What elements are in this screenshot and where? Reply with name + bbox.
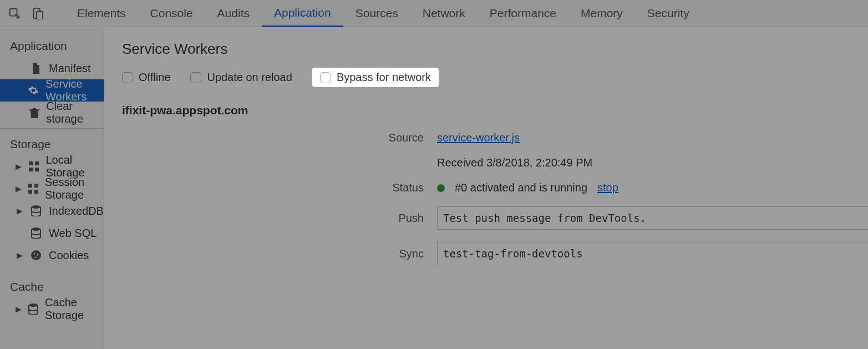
svg-point-17 (29, 304, 38, 307)
bypass-for-network-checkbox[interactable]: Bypass for network (312, 68, 439, 87)
sidebar-group-application: Application (0, 35, 104, 57)
bypass-for-network-checkbox-label: Bypass for network (337, 71, 431, 84)
sw-push-label: Push (104, 212, 437, 225)
tab-performance[interactable]: Performance (478, 0, 568, 27)
sidebar-item-service-workers[interactable]: Service Workers (0, 79, 104, 102)
devtools-tabbar: Elements Console Audits Application Sour… (0, 0, 868, 27)
svg-rect-6 (35, 168, 39, 171)
sw-source-label: Source (104, 131, 437, 144)
sidebar-item-local-storage[interactable]: ▶ Local Storage (0, 155, 104, 178)
database-icon (28, 303, 38, 315)
svg-point-11 (32, 205, 40, 209)
sw-stop-link[interactable]: stop (597, 181, 618, 194)
svg-point-12 (32, 227, 40, 231)
offline-checkbox-input[interactable] (122, 72, 133, 83)
sw-push-input[interactable] (437, 206, 868, 230)
grid-icon (28, 183, 38, 195)
cookie-icon (30, 249, 42, 261)
trash-icon (29, 107, 39, 119)
svg-rect-8 (34, 184, 38, 188)
sw-sync-input[interactable] (437, 242, 868, 265)
update-on-reload-checkbox-input[interactable] (190, 72, 201, 83)
sw-sync-label: Sync (104, 247, 437, 260)
sw-status-text: #0 activated and is running (455, 181, 587, 194)
offline-checkbox[interactable]: Offline (122, 71, 170, 84)
sidebar-item-label: Session Storage (45, 176, 104, 201)
sw-options-row: Offline Update on reload Bypass for netw… (122, 68, 868, 87)
sidebar-item-label: IndexedDB (49, 205, 104, 218)
sidebar-item-cookies[interactable]: ▶ Cookies (0, 244, 104, 266)
gear-icon (28, 84, 39, 97)
chevron-right-icon: ▶ (16, 162, 22, 171)
sw-status-label: Status (104, 181, 437, 194)
svg-point-13 (31, 250, 41, 260)
grid-icon (29, 160, 39, 173)
database-icon (30, 205, 42, 217)
svg-rect-3 (29, 161, 33, 165)
status-dot-icon (437, 184, 445, 192)
tab-network[interactable]: Network (410, 0, 478, 27)
tab-audits[interactable]: Audits (205, 0, 262, 27)
sidebar-item-label: Manifest (49, 62, 91, 75)
svg-rect-10 (34, 190, 38, 194)
sidebar-group-cache: Cache (0, 276, 104, 298)
offline-checkbox-label: Offline (139, 71, 170, 84)
sidebar-item-clear-storage[interactable]: Clear storage (0, 102, 104, 124)
svg-rect-2 (37, 11, 43, 19)
svg-point-15 (37, 254, 39, 256)
sidebar-divider (0, 128, 104, 129)
chevron-right-icon: ▶ (16, 184, 22, 193)
tab-security[interactable]: Security (635, 0, 702, 27)
sidebar-item-session-storage[interactable]: ▶ Session Storage (0, 178, 104, 200)
update-on-reload-checkbox[interactable]: Update on reload (190, 71, 292, 84)
tab-elements[interactable]: Elements (65, 0, 138, 27)
sidebar-item-label: Cache Storage (45, 296, 104, 322)
svg-rect-5 (29, 168, 33, 171)
sidebar-item-manifest[interactable]: Manifest (0, 57, 104, 79)
tabbar-separator (59, 6, 59, 21)
chevron-right-icon: ▶ (16, 251, 23, 260)
bypass-for-network-checkbox-input[interactable] (320, 72, 331, 83)
document-icon (30, 62, 42, 74)
sidebar-item-indexeddb[interactable]: ▶ IndexedDB (0, 200, 104, 222)
sidebar-item-label: Web SQL (49, 227, 97, 240)
sw-received-text: Received 3/8/2018, 2:20:49 PM (437, 156, 592, 169)
svg-point-14 (34, 253, 35, 255)
sidebar-item-label: Clear storage (46, 100, 104, 125)
sw-origin: ifixit-pwa.appspot.com (122, 104, 868, 117)
svg-rect-9 (28, 190, 32, 194)
sidebar-item-cache-storage[interactable]: ▶ Cache Storage (0, 298, 104, 320)
page-title: Service Workers (122, 41, 868, 58)
application-sidebar: Application Manifest Service Workers (0, 27, 104, 349)
inspect-icon[interactable] (7, 6, 22, 21)
sidebar-divider (0, 271, 104, 271)
service-workers-panel: Service Workers Offline Update on reload… (104, 27, 868, 349)
device-toggle-icon[interactable] (30, 6, 45, 21)
chevron-right-icon: ▶ (16, 305, 22, 313)
chevron-right-icon: ▶ (16, 206, 23, 215)
database-icon (30, 227, 42, 239)
update-on-reload-checkbox-label: Update on reload (207, 71, 292, 84)
tab-sources[interactable]: Sources (343, 0, 410, 27)
sidebar-item-web-sql[interactable]: Web SQL (0, 222, 104, 244)
tab-memory[interactable]: Memory (568, 0, 635, 27)
sidebar-group-storage: Storage (0, 133, 104, 155)
svg-rect-4 (35, 161, 39, 165)
sidebar-item-label: Cookies (49, 249, 89, 262)
tab-application[interactable]: Application (262, 0, 343, 27)
svg-rect-7 (28, 184, 32, 188)
sw-source-link[interactable]: service-worker.js (437, 131, 520, 144)
tab-console[interactable]: Console (138, 0, 205, 27)
svg-point-16 (35, 257, 37, 259)
